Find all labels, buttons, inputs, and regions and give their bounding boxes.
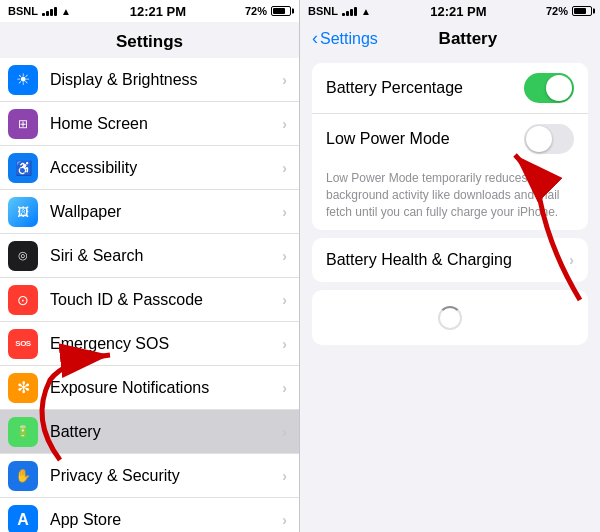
- battery-health-label: Battery Health & Charging: [326, 251, 569, 269]
- settings-item-privacy[interactable]: ✋ Privacy & Security ›: [0, 454, 299, 498]
- right-battery-pct: 72%: [546, 5, 568, 17]
- battery-health-chevron: ›: [569, 252, 574, 268]
- privacy-label: Privacy & Security: [50, 467, 282, 485]
- touchid-chevron: ›: [282, 292, 287, 308]
- exposure-chevron: ›: [282, 380, 287, 396]
- wallpaper-chevron: ›: [282, 204, 287, 220]
- privacy-chevron: ›: [282, 468, 287, 484]
- settings-item-wallpaper[interactable]: 🖼 Wallpaper ›: [0, 190, 299, 234]
- battery-chevron: ›: [282, 424, 287, 440]
- display-icon: ☀: [8, 65, 38, 95]
- accessibility-icon: ♿: [8, 153, 38, 183]
- appstore-chevron: ›: [282, 512, 287, 528]
- battery-health-group: Battery Health & Charging ›: [312, 238, 588, 282]
- homescreen-chevron: ›: [282, 116, 287, 132]
- settings-item-accessibility[interactable]: ♿ Accessibility ›: [0, 146, 299, 190]
- battery-percentage-label: Battery Percentage: [326, 79, 524, 97]
- right-status-bar: BSNL ▲ 12:21 PM 72%: [300, 0, 600, 22]
- siri-chevron: ›: [282, 248, 287, 264]
- wallpaper-label: Wallpaper: [50, 203, 282, 221]
- low-power-mode-label: Low Power Mode: [326, 130, 524, 148]
- back-button[interactable]: ‹ Settings: [312, 28, 378, 49]
- settings-list: ☀ Display & Brightness › ⊞ Home Screen ›…: [0, 58, 299, 532]
- appstore-label: App Store: [50, 511, 282, 529]
- right-signal: [342, 7, 357, 16]
- settings-item-homescreen[interactable]: ⊞ Home Screen ›: [0, 102, 299, 146]
- right-carrier: BSNL: [308, 5, 338, 17]
- display-label: Display & Brightness: [50, 71, 282, 89]
- low-power-mode-thumb: [526, 126, 552, 152]
- battery-percentage-toggle[interactable]: [524, 73, 574, 103]
- battery-icon: 🔋: [8, 417, 38, 447]
- right-wifi-icon: ▲: [361, 6, 371, 17]
- homescreen-icon: ⊞: [8, 109, 38, 139]
- privacy-icon: ✋: [8, 461, 38, 491]
- sos-icon: SOS: [8, 329, 38, 359]
- left-screen-title: Settings: [0, 22, 299, 58]
- settings-item-battery[interactable]: 🔋 Battery ›: [0, 410, 299, 454]
- left-battery-pct: 72%: [245, 5, 267, 17]
- low-power-mode-toggle[interactable]: [524, 124, 574, 154]
- exposure-label: Exposure Notifications: [50, 379, 282, 397]
- touchid-icon: ⊙: [8, 285, 38, 315]
- right-nav-bar: ‹ Settings Battery: [300, 22, 600, 55]
- settings-item-display[interactable]: ☀ Display & Brightness ›: [0, 58, 299, 102]
- settings-item-touchid[interactable]: ⊙ Touch ID & Passcode ›: [0, 278, 299, 322]
- wallpaper-icon: 🖼: [8, 197, 38, 227]
- left-panel: BSNL ▲ 12:21 PM 72% Settings: [0, 0, 300, 532]
- right-panel: BSNL ▲ 12:21 PM 72% ‹ Settings: [300, 0, 600, 532]
- battery-health-row[interactable]: Battery Health & Charging ›: [312, 238, 588, 282]
- settings-item-sos[interactable]: SOS Emergency SOS ›: [0, 322, 299, 366]
- sos-label: Emergency SOS: [50, 335, 282, 353]
- battery-percentage-thumb: [546, 75, 572, 101]
- settings-item-exposure[interactable]: ✻ Exposure Notifications ›: [0, 366, 299, 410]
- exposure-icon: ✻: [8, 373, 38, 403]
- left-battery-icon: [271, 6, 291, 16]
- battery-label: Battery: [50, 423, 282, 441]
- right-screen-title: Battery: [378, 29, 558, 49]
- battery-percentage-row[interactable]: Battery Percentage: [312, 63, 588, 114]
- left-wifi-icon: ▲: [61, 6, 71, 17]
- homescreen-label: Home Screen: [50, 115, 282, 133]
- back-chevron-icon: ‹: [312, 28, 318, 49]
- low-power-description: Low Power Mode temporarily reduces backg…: [312, 164, 588, 230]
- left-carrier: BSNL: [8, 5, 38, 17]
- settings-item-appstore[interactable]: A App Store ›: [0, 498, 299, 532]
- sos-chevron: ›: [282, 336, 287, 352]
- loading-spinner: [438, 306, 462, 330]
- back-label: Settings: [320, 30, 378, 48]
- accessibility-chevron: ›: [282, 160, 287, 176]
- left-status-right: 72%: [245, 5, 291, 17]
- battery-settings-group: Battery Percentage Low Power Mode Low Po…: [312, 63, 588, 230]
- siri-label: Siri & Search: [50, 247, 282, 265]
- app-container: BSNL ▲ 12:21 PM 72% Settings: [0, 0, 600, 532]
- loading-container: [312, 290, 588, 345]
- display-chevron: ›: [282, 72, 287, 88]
- low-power-mode-row[interactable]: Low Power Mode: [312, 114, 588, 164]
- touchid-label: Touch ID & Passcode: [50, 291, 282, 309]
- accessibility-label: Accessibility: [50, 159, 282, 177]
- left-signal: [42, 7, 57, 16]
- right-time: 12:21 PM: [430, 4, 486, 19]
- left-status-left: BSNL ▲: [8, 5, 71, 17]
- siri-icon: ◎: [8, 241, 38, 271]
- left-time: 12:21 PM: [130, 4, 186, 19]
- right-status-right: 72%: [546, 5, 592, 17]
- right-battery-icon: [572, 6, 592, 16]
- left-status-bar: BSNL ▲ 12:21 PM 72%: [0, 0, 299, 22]
- settings-item-siri[interactable]: ◎ Siri & Search ›: [0, 234, 299, 278]
- appstore-icon: A: [8, 505, 38, 533]
- right-status-left: BSNL ▲: [308, 5, 371, 17]
- right-content: Battery Percentage Low Power Mode Low Po…: [300, 55, 600, 532]
